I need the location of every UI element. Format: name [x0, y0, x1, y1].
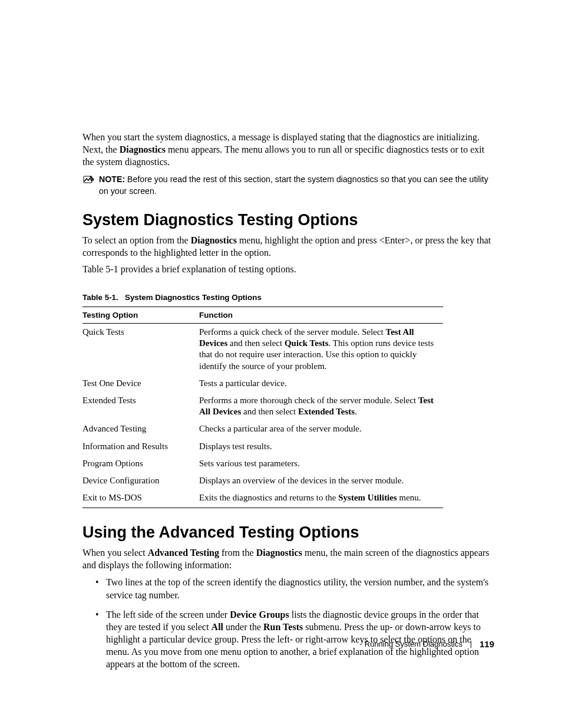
- option-cell: Device Configuration: [82, 472, 199, 489]
- table-row: Extended Tests Performs a more thorough …: [82, 392, 443, 420]
- function-cell: Displays test results.: [199, 438, 443, 455]
- list-item: Two lines at the top of the screen ident…: [82, 576, 494, 601]
- section-heading-advanced: Using the Advanced Testing Options: [82, 523, 494, 542]
- bold-text: Diagnostics: [191, 235, 237, 245]
- function-cell: Tests a particular device.: [199, 375, 443, 392]
- table-row: Advanced Testing Checks a particular are…: [82, 420, 443, 437]
- table-row: Information and Results Displays test re…: [82, 438, 443, 455]
- table-header-option: Testing Option: [82, 307, 199, 324]
- bold-text: All: [211, 622, 223, 632]
- section1-paragraph-1: To select an option from the Diagnostics…: [82, 234, 494, 259]
- note-text: NOTE: Before you read the rest of this s…: [99, 174, 494, 196]
- options-table: Testing Option Function Quick Tests Perf…: [82, 307, 443, 508]
- intro-paragraph: When you start the system diagnostics, a…: [82, 131, 494, 168]
- option-cell: Advanced Testing: [82, 420, 199, 437]
- text: from the: [219, 548, 256, 558]
- function-cell: Sets various test parameters.: [199, 455, 443, 472]
- text: Performs a more thorough check of the se…: [199, 396, 418, 405]
- table-header-row: Testing Option Function: [82, 307, 443, 324]
- text: and then select: [241, 407, 298, 416]
- note-label: NOTE:: [99, 174, 127, 184]
- option-cell: Information and Results: [82, 438, 199, 455]
- text: under the: [223, 622, 263, 632]
- table-row: Exit to MS-DOS Exits the diagnostics and…: [82, 489, 443, 508]
- text: .: [355, 407, 357, 416]
- option-cell: Program Options: [82, 455, 199, 472]
- footer-chapter: Running System Diagnostics: [365, 640, 462, 648]
- bold-text: Extended Tests: [298, 407, 355, 416]
- text: The left side of the screen under: [106, 610, 230, 620]
- bold-text: Device Groups: [230, 610, 289, 620]
- text: When you select: [82, 548, 148, 558]
- table-row: Quick Tests Performs a quick check of th…: [82, 324, 443, 375]
- text: Table 5-1.: [82, 293, 118, 302]
- text: To select an option from the: [82, 235, 191, 245]
- function-cell: Exits the diagnostics and returns to the…: [199, 489, 443, 508]
- bold-text: Run Tests: [263, 622, 303, 632]
- table-header-function: Function: [199, 307, 443, 324]
- note-block: NOTE: Before you read the rest of this s…: [82, 174, 494, 196]
- footer-separator: [471, 641, 471, 648]
- note-icon: [82, 174, 94, 185]
- bold-text: Diagnostics: [120, 144, 166, 154]
- table-row: Program Options Sets various test parame…: [82, 455, 443, 472]
- option-cell: Test One Device: [82, 375, 199, 392]
- text: Exits the diagnostics and returns to the: [199, 493, 338, 502]
- function-cell: Performs a more thorough check of the se…: [199, 392, 443, 420]
- text: menu.: [397, 493, 421, 502]
- text: and then select: [227, 338, 285, 348]
- document-page: When you start the system diagnostics, a…: [0, 0, 562, 728]
- text: System Diagnostics Testing Options: [125, 293, 262, 302]
- page-footer: Running System Diagnostics 119: [365, 639, 494, 649]
- bold-text: Diagnostics: [256, 548, 302, 558]
- bold-text: Advanced Testing: [148, 548, 219, 558]
- function-cell: Checks a particular area of the server m…: [199, 420, 443, 437]
- bold-text: System Utilities: [338, 493, 397, 502]
- table-caption: Table 5-1. System Diagnostics Testing Op…: [82, 293, 494, 302]
- bold-text: Quick Tests: [285, 338, 329, 348]
- option-cell: Extended Tests: [82, 392, 199, 420]
- option-cell: Exit to MS-DOS: [82, 489, 199, 508]
- text: Performs a quick check of the server mod…: [199, 327, 386, 337]
- function-cell: Displays an overview of the devices in t…: [199, 472, 443, 489]
- section1-paragraph-2: Table 5-1 provides a brief explanation o…: [82, 263, 494, 275]
- section-heading-options: System Diagnostics Testing Options: [82, 211, 494, 229]
- option-cell: Quick Tests: [82, 324, 199, 375]
- bullet-list: Two lines at the top of the screen ident…: [82, 576, 494, 670]
- table-row: Device Configuration Displays an overvie…: [82, 472, 443, 489]
- table-row: Test One Device Tests a particular devic…: [82, 375, 443, 392]
- page-number: 119: [480, 639, 494, 649]
- function-cell: Performs a quick check of the server mod…: [199, 324, 443, 375]
- text: Before you read the rest of this section…: [99, 174, 488, 195]
- section2-paragraph: When you select Advanced Testing from th…: [82, 546, 494, 571]
